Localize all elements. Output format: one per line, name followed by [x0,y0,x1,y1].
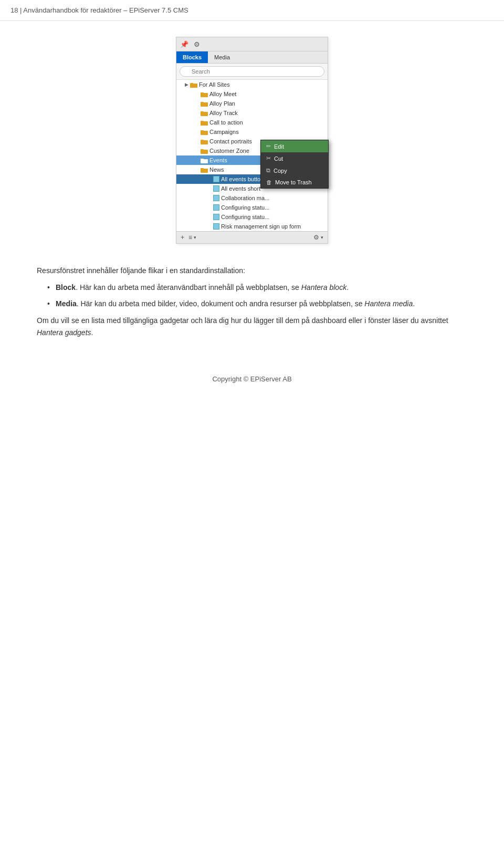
cut-icon: ✂ [266,155,271,162]
blocks-end: . [346,283,349,292]
menu-arrow: ▾ [194,235,196,240]
block-icon [213,185,219,192]
context-menu-cut-label: Cut [274,155,283,162]
menu-icon: ≡ [188,234,192,241]
blocks-bold: Block [56,283,76,292]
tree-item-alloy-meet[interactable]: Alloy Meet [176,89,328,99]
folder-icon [201,129,208,135]
context-menu-copy-label: Copy [274,168,287,174]
folder-icon [201,120,208,126]
menu-button[interactable]: ≡ ▾ [188,234,196,241]
folder-icon [201,101,208,107]
tab-blocks[interactable]: Blocks [176,51,208,63]
block-icon [213,223,219,230]
item-label-alloy-plan: Alloy Plan [209,100,324,107]
pin-button[interactable]: 📌 [180,39,189,49]
item-label-configuring-2: Configuring statu... [221,214,324,220]
media-end: . [413,299,415,308]
tree-arrow: ▶ [184,82,189,87]
block-icon [213,176,219,182]
block-icon [213,214,219,220]
context-menu-edit[interactable]: ✏ Edit [261,140,328,152]
context-menu-trash-label: Move to Trash [275,179,312,185]
panel-footer: + ≡ ▾ ⚙ ▾ [176,231,328,243]
footer-settings-button[interactable]: ⚙ ▾ [313,234,323,241]
body-text: Resursfönstret innehåller följande flika… [37,265,467,338]
settings-icon: ⚙ [313,234,319,241]
main-content: 📌 ⚙ Blocks Media 🔍 ▶ For All Sites [0,32,504,344]
tree-item-configuring-1[interactable]: Configuring statu... [176,203,328,212]
folder-icon [201,139,208,144]
tree-item-collaboration[interactable]: Collaboration ma... [176,193,328,203]
tree-item-campaigns[interactable]: Campaigns [176,127,328,137]
add-icon: + [181,234,184,241]
block-icon [213,204,219,211]
page-footer: Copyright © EPiServer AB [0,365,504,393]
tree-item-configuring-2[interactable]: Configuring statu... [176,212,328,222]
svg-rect-19 [201,168,204,170]
search-input[interactable] [180,66,324,77]
settings-arrow: ▾ [321,235,323,240]
paragraph-text: Om du vill se en lista med tillgängliga … [37,315,467,338]
item-label-call-to-action: Call to action [209,119,324,126]
item-label-alloy-track: Alloy Track [209,110,324,116]
folder-icon [201,110,208,116]
add-button[interactable]: + [181,234,184,241]
para-end: . [91,328,93,337]
svg-rect-7 [201,111,204,113]
copy-icon: ⧉ [266,167,270,174]
folder-icon [201,91,208,97]
tree-item-alloy-plan[interactable]: Alloy Plan [176,99,328,108]
panel-tabs: Blocks Media [176,51,328,64]
svg-rect-11 [201,130,204,132]
blocks-text: . Här kan du arbeta med återanvändbart i… [76,283,301,292]
ui-panel: 📌 ⚙ Blocks Media 🔍 ▶ For All Sites [176,37,328,244]
page-header: 18 | Användarhandbok för redaktörer – EP… [0,0,504,21]
svg-rect-5 [201,102,204,103]
item-label-alloy-meet: Alloy Meet [209,91,324,97]
footer-text: Copyright © EPiServer AB [212,375,291,383]
item-label-collaboration: Collaboration ma... [221,195,324,201]
trash-icon: 🗑 [266,179,272,185]
context-menu-edit-label: Edit [274,143,284,150]
tree-item-alloy-track[interactable]: Alloy Track [176,108,328,118]
root-label: For All Sites [199,81,324,88]
context-menu-cut[interactable]: ✂ Cut [261,152,328,164]
tree-root-item[interactable]: ▶ For All Sites [176,80,328,89]
folder-icon [201,167,208,173]
tab-media[interactable]: Media [208,51,236,63]
svg-rect-17 [201,159,204,160]
item-label-risk-management: Risk management sign up form [221,223,324,230]
media-italic: Hantera media [364,299,413,308]
para-start: Om du vill se en lista med tillgängliga … [37,316,448,325]
folder-icon [190,82,197,88]
context-menu: ✏ Edit ✂ Cut ⧉ Copy 🗑 Move to Trash [260,140,329,189]
settings-toolbar-button[interactable]: ⚙ [192,39,202,49]
edit-icon: ✏ [266,143,271,150]
page-title: 18 | Användarhandbok för redaktörer – EP… [10,6,188,14]
bullet-blocks: Block. Här kan du arbeta med återanvändb… [47,282,467,293]
context-menu-move-to-trash[interactable]: 🗑 Move to Trash [261,176,328,188]
svg-rect-3 [201,92,204,94]
media-text: . Här kan du arbeta med bilder, video, d… [77,299,365,308]
panel-search: 🔍 [176,64,328,80]
svg-rect-1 [190,83,193,85]
intro-text: Resursfönstret innehåller följande flika… [37,265,467,276]
context-menu-copy[interactable]: ⧉ Copy [261,164,328,176]
footer-left: + ≡ ▾ [181,234,196,241]
svg-rect-9 [201,121,204,122]
bullet-list: Block. Här kan du arbeta med återanvändb… [47,282,467,309]
bullet-media: Media. Här kan du arbeta med bilder, vid… [47,298,467,309]
blocks-italic: Hantera block [301,283,346,292]
item-label-configuring-1: Configuring statu... [221,204,324,211]
folder-icon [201,158,208,163]
tree-item-risk-management[interactable]: Risk management sign up form [176,222,328,231]
folder-icon [201,148,208,154]
tree-item-call-to-action[interactable]: Call to action [176,118,328,127]
para-italic: Hantera gadgets [37,328,91,337]
item-label-campaigns: Campaigns [209,129,324,135]
panel-toolbar: 📌 ⚙ [176,37,328,51]
media-bold: Media [56,299,77,308]
svg-rect-15 [201,149,204,151]
block-icon [213,195,219,201]
